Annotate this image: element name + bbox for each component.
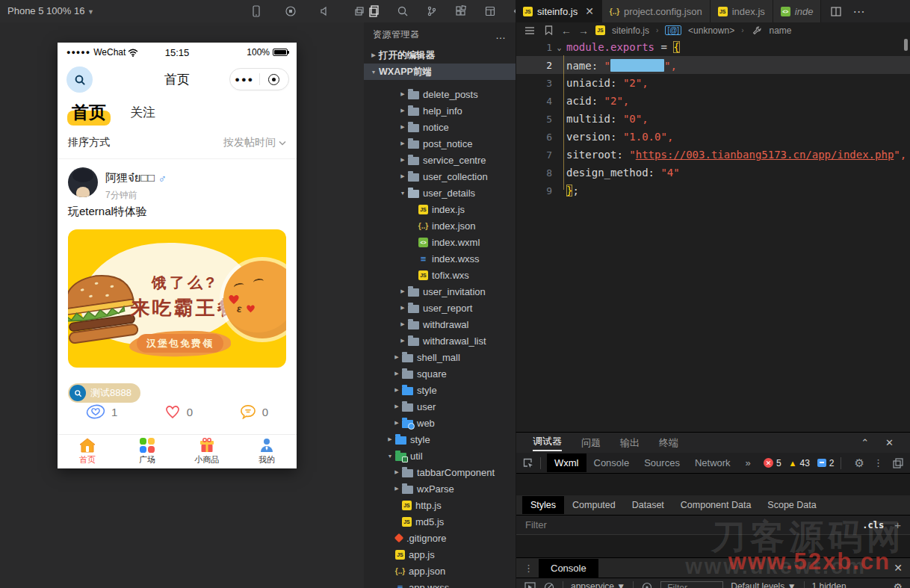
tree-item-help_info[interactable]: ▶help_info (364, 102, 516, 119)
forward-icon[interactable]: → (578, 25, 589, 37)
search-icon[interactable] (397, 5, 409, 17)
tree-item-web[interactable]: ▶web (364, 415, 516, 431)
code-line-4[interactable]: 4acid: "2", (516, 92, 910, 110)
tabbar-home[interactable]: 首页 (58, 435, 117, 468)
heart-action[interactable]: 0 (164, 404, 193, 419)
tree-item-tabbarComponent[interactable]: ▶tabbarComponent (364, 464, 516, 480)
tree-item-service_centre[interactable]: ▶service_centre (364, 152, 516, 168)
project-root-section[interactable]: ▼ WXAPP前端 (364, 64, 516, 80)
tree-item-notice[interactable]: ▶notice (364, 119, 516, 135)
editor-tab-inde[interactable]: inde (773, 0, 822, 22)
tree-item-post_notice[interactable]: ▶post_notice (364, 135, 516, 152)
devtools-tab-Sources[interactable]: Sources (637, 454, 687, 472)
devtools-tab-Network[interactable]: Network (687, 454, 738, 472)
editor-tab-index.js[interactable]: index.js (711, 0, 773, 22)
inspect-icon[interactable] (522, 457, 534, 469)
editor-more-icon[interactable]: ⋯ (852, 4, 864, 19)
add-rule-icon[interactable]: + (894, 519, 901, 531)
breadcrumb-symbol[interactable]: name (770, 25, 792, 36)
debugger-tab-输出[interactable]: 输出 (620, 436, 640, 450)
package-icon[interactable] (484, 5, 496, 17)
author-name[interactable]: 阿狸จ๋ย□□ (105, 169, 155, 187)
debugger-tab-终端[interactable]: 终端 (659, 436, 678, 450)
explorer-more-icon[interactable]: … (495, 29, 507, 41)
tree-item-user[interactable]: ▶user (364, 398, 516, 415)
popout-icon[interactable] (892, 457, 904, 469)
source-control-icon[interactable] (426, 5, 438, 17)
tree-item-style[interactable]: ▶style (364, 382, 516, 398)
console-drawer-tab[interactable]: Console (539, 559, 598, 578)
message-badge[interactable]: 2 (817, 458, 835, 468)
more-tabs-icon[interactable]: » (738, 457, 758, 468)
close-tab-icon[interactable]: ✕ (585, 5, 594, 17)
code-line-1[interactable]: 1⌄module.exports = { (516, 38, 910, 56)
code-area[interactable]: 1⌄module.exports = {2name: "",3uniacid: … (516, 38, 910, 199)
close-drawer-icon[interactable]: ✕ (894, 562, 903, 574)
tab-follow[interactable]: 关注 (130, 104, 155, 126)
console-filter-input[interactable]: Filter (660, 581, 723, 588)
tree-item-http.js[interactable]: http.js (364, 497, 516, 513)
tree-item-shell_mall[interactable]: ▶shell_mall (364, 349, 516, 365)
tree-item-md5.js[interactable]: md5.js (364, 513, 516, 530)
tree-item-tofix.wxs[interactable]: tofix.wxs (364, 267, 516, 283)
clear-console-icon[interactable] (543, 581, 555, 588)
code-line-6[interactable]: 6version: "1.0.0", (516, 128, 910, 146)
code-line-8[interactable]: 8design_method: "4" (516, 164, 910, 182)
tabbar-goods[interactable]: 小商品 (177, 435, 237, 468)
warning-badge[interactable]: ▲43 (789, 458, 810, 468)
tree-item-withdrawal[interactable]: ▶withdrawal (364, 316, 516, 332)
log-levels-dropdown[interactable]: Default levels ▼ (731, 581, 796, 588)
open-editors-section[interactable]: ▶ 打开的编辑器 (364, 47, 516, 64)
tree-item-app.js[interactable]: app.js (364, 546, 516, 563)
tree-item-index.wxml[interactable]: index.wxml (364, 234, 516, 250)
tabbar-me[interactable]: 我的 (237, 435, 297, 468)
tree-item-user_invitation[interactable]: ▶user_invitation (364, 283, 516, 300)
phone-icon[interactable] (250, 5, 262, 17)
tree-item-app.wxss[interactable]: app.wxss (364, 579, 516, 588)
code-line-3[interactable]: 3uniacid: "2", (516, 74, 910, 92)
tree-item-style[interactable]: ▶style (364, 431, 516, 448)
back-icon[interactable]: ← (561, 25, 572, 37)
comment-action[interactable]: 0 (240, 404, 268, 419)
tree-item-index.json[interactable]: index.json (364, 217, 516, 234)
kebab-menu-icon[interactable]: ⋮ (873, 457, 883, 468)
debugger-tab-调试器[interactable]: 调试器 (533, 435, 562, 451)
code-line-2[interactable]: 2name: "", (516, 56, 910, 74)
split-editor-icon[interactable] (830, 5, 842, 17)
eval-context-icon[interactable] (524, 581, 536, 588)
settings-gear-icon[interactable]: ⚙ (855, 457, 864, 470)
tree-item-square[interactable]: ▶square (364, 365, 516, 382)
filter-input[interactable]: Filter (525, 519, 547, 530)
styles-tab-Styles[interactable]: Styles (522, 496, 564, 514)
code-line-9[interactable]: 9}; (516, 182, 910, 199)
tree-item-user_report[interactable]: ▶user_report (364, 300, 516, 316)
tree-item-.gitignore[interactable]: .gitignore (364, 530, 516, 546)
tabbar-square[interactable]: 广场 (117, 435, 177, 468)
breadcrumb-file[interactable]: siteinfo.js (612, 25, 649, 36)
code-line-7[interactable]: 7siteroot: "https://003.tianbang5173.cn/… (516, 146, 910, 164)
exit-button[interactable] (260, 74, 289, 85)
list-icon[interactable] (524, 25, 536, 37)
context-selector[interactable]: appservice ▼ (571, 581, 625, 588)
error-badge[interactable]: ✕5 (764, 458, 781, 468)
topic-tag[interactable]: 测试8888 (68, 383, 140, 403)
cls-toggle[interactable]: .cls (862, 520, 884, 530)
editor-scrollbar[interactable] (904, 39, 908, 51)
mute-icon[interactable] (319, 5, 331, 17)
tree-item-withdrawal_list[interactable]: ▶withdrawal_list (364, 332, 516, 349)
drawer-menu-icon[interactable]: ⋮ (524, 563, 533, 574)
sort-dropdown[interactable]: 按发帖时间 (223, 136, 286, 149)
devtools-tab-Console[interactable]: Console (586, 454, 637, 472)
device-selector[interactable]: Phone 5 100% 16 ▼ (7, 5, 94, 16)
post-image-banner[interactable]: 饿了么? 来吃霸王餐 汉堡包免费领 ε (68, 229, 286, 368)
extensions-icon[interactable] (455, 5, 467, 17)
eye-icon[interactable] (641, 581, 653, 588)
tree-item-index.wxss[interactable]: index.wxss (364, 250, 516, 267)
console-settings-icon[interactable]: ⚙ (893, 581, 903, 588)
debugger-tab-问题[interactable]: 问题 (581, 436, 601, 450)
tree-item-user_details[interactable]: ▼user_details (364, 185, 516, 201)
devtools-tab-Wxml[interactable]: Wxml (547, 454, 586, 472)
tree-item-app.json[interactable]: app.json (364, 563, 516, 579)
styles-tab-Component Data[interactable]: Component Data (672, 496, 760, 514)
tab-home[interactable]: 首页 (69, 101, 109, 126)
